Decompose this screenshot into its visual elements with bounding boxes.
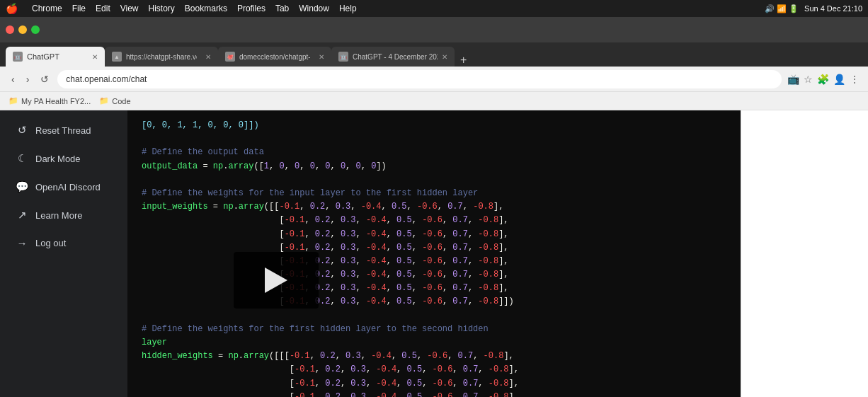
menu-profiles[interactable]: Profiles xyxy=(237,4,265,13)
tab-close-vercel[interactable]: ✕ xyxy=(205,53,211,61)
code-area: [0, 0, 1, 1, 0, 0, 0]]) # Define the out… xyxy=(127,110,741,397)
tab-favicon-vercel: ▲ xyxy=(112,52,122,62)
menu-items: Chrome File Edit View History Bookmarks … xyxy=(32,4,357,13)
tab-chatgpt4dec[interactable]: 🤖 ChatGPT - 4 December 2022 ✕ xyxy=(331,47,455,67)
tab-favicon-github: 🐙 xyxy=(225,52,235,62)
traffic-lights xyxy=(6,25,40,34)
extensions-icon[interactable]: 🧩 xyxy=(817,74,829,85)
code-line-10: [-0.1, 0.2, 0.3, -0.4, 0.5, -0.6, 0.7, -… xyxy=(142,241,726,255)
reload-button[interactable]: ↺ xyxy=(38,72,52,86)
reset-thread-icon: ↺ xyxy=(16,124,28,137)
learn-more-icon: ↗ xyxy=(16,209,28,221)
code-line-13: [-0.1, 0.2, 0.3, -0.4, 0.5, -0.6, 0.7, -… xyxy=(142,282,726,295)
bookmark-label-1: My PA Health FY2... xyxy=(21,97,91,105)
profile-icon[interactable]: 👤 xyxy=(833,74,845,85)
sidebar: ↺ Reset Thread ☾ Dark Mode 💬 OpenAI Disc… xyxy=(0,110,127,397)
sidebar-item-log-out[interactable]: → Log out xyxy=(4,230,123,256)
tab-label-chatgpt: ChatGPT xyxy=(27,52,59,61)
sidebar-item-reset-thread[interactable]: ↺ Reset Thread xyxy=(4,117,123,144)
code-line-17: layer xyxy=(142,336,726,350)
menu-help[interactable]: Help xyxy=(339,4,357,13)
address-input[interactable] xyxy=(57,70,782,88)
main-content: ↺ Reset Thread ☾ Dark Mode 💬 OpenAI Disc… xyxy=(0,110,868,397)
menu-view[interactable]: View xyxy=(120,4,139,13)
bookmark-folder-icon-2: 📁 xyxy=(99,96,109,105)
tab-close-chatgpt4dec[interactable]: ✕ xyxy=(442,53,447,61)
bookmarks-bar: 📁 My PA Health FY2... 📁 Code xyxy=(0,92,868,110)
dark-mode-icon: ☾ xyxy=(16,152,28,165)
code-block: [0, 0, 1, 1, 0, 0, 0]]) # Define the out… xyxy=(127,110,741,397)
code-line-5 xyxy=(142,173,726,187)
code-line-9: [-0.1, 0.2, 0.3, -0.4, 0.5, -0.6, 0.7, -… xyxy=(142,228,726,241)
menu-bar-right: 🔊 📶 🔋 Sun 4 Dec 21:10 xyxy=(765,4,862,13)
menu-dots-icon[interactable]: ⋮ xyxy=(850,74,860,85)
tab-favicon-chatgpt4dec: 🤖 xyxy=(338,52,348,62)
tab-close-github[interactable]: ✕ xyxy=(319,53,324,61)
address-bar: ‹ › ↺ 📺 ☆ 🧩 👤 ⋮ xyxy=(0,67,868,92)
sidebar-item-learn-more[interactable]: ↗ Learn More xyxy=(4,202,123,229)
code-line-6: # Define the weights for the input layer… xyxy=(142,187,726,200)
video-overlay[interactable] xyxy=(234,252,319,309)
tabs-bar: 🤖 ChatGPT ✕ ▲ https://chatgpt-share.verc… xyxy=(0,42,868,67)
tab-close-chatgpt[interactable]: ✕ xyxy=(92,53,98,61)
code-line-20: [-0.1, 0.2, 0.3, -0.4, 0.5, -0.6, 0.7, -… xyxy=(142,377,726,391)
code-line-7: input_weights = np.array([[-0.1, 0.2, 0.… xyxy=(142,200,726,214)
code-line-14: [-0.1, 0.2, 0.3, -0.4, 0.5, -0.6, 0.7, -… xyxy=(142,295,726,309)
menu-bookmarks[interactable]: Bookmarks xyxy=(185,4,227,13)
sidebar-item-openai-discord[interactable]: 💬 OpenAI Discord xyxy=(4,173,123,200)
sidebar-label-reset-thread: Reset Thread xyxy=(35,125,91,136)
menu-edit[interactable]: Edit xyxy=(96,4,110,13)
close-button[interactable] xyxy=(6,25,14,34)
apple-menu[interactable]: 🍎 xyxy=(6,3,18,14)
tab-github[interactable]: 🐙 domeccleston/chatgpt-extens... ✕ xyxy=(218,47,331,67)
status-icons: 🔊 📶 🔋 xyxy=(765,4,799,13)
code-line-8: [-0.1, 0.2, 0.3, -0.4, 0.5, -0.6, 0.7, -… xyxy=(142,214,726,227)
code-line-4: output_data = np.array([1, 0, 0, 0, 0, 0… xyxy=(142,160,726,173)
menu-window[interactable]: Window xyxy=(299,4,329,13)
maximize-button[interactable] xyxy=(31,25,40,34)
code-line-16: # Define the weights for the first hidde… xyxy=(142,323,726,336)
back-button[interactable]: ‹ xyxy=(8,72,18,86)
play-button[interactable] xyxy=(265,267,287,293)
tab-chatgpt[interactable]: 🤖 ChatGPT ✕ xyxy=(6,47,105,67)
code-line-19: [-0.1, 0.2, 0.3, -0.4, 0.5, -0.6, 0.7, -… xyxy=(142,363,726,376)
code-line-21: [-0.1, 0.2, 0.3, -0.4, 0.5, -0.6, 0.7, -… xyxy=(142,391,726,397)
tab-label-github: domeccleston/chatgpt-extens... xyxy=(239,53,310,61)
code-line-18: hidden_weights = np.array([[[-0.1, 0.2, … xyxy=(142,350,726,363)
sidebar-label-openai-discord: OpenAI Discord xyxy=(35,182,101,192)
tab-label-chatgpt4dec: ChatGPT - 4 December 2022 xyxy=(353,53,438,61)
discord-icon: 💬 xyxy=(16,180,28,193)
sidebar-label-learn-more: Learn More xyxy=(35,210,82,221)
sidebar-item-dark-mode[interactable]: ☾ Dark Mode xyxy=(4,145,123,172)
menu-history[interactable]: History xyxy=(149,4,175,13)
address-icons: 📺 ☆ 🧩 👤 ⋮ xyxy=(787,74,860,85)
code-line-3: # Define the output data xyxy=(142,146,726,159)
menu-chrome[interactable]: Chrome xyxy=(32,4,62,13)
sidebar-label-dark-mode: Dark Mode xyxy=(35,154,81,164)
right-panel xyxy=(741,110,868,397)
minimize-button[interactable] xyxy=(18,25,27,34)
menu-bar: 🍎 Chrome File Edit View History Bookmark… xyxy=(0,0,868,17)
clock: Sun 4 Dec 21:10 xyxy=(804,4,862,13)
bookmark-pa-health[interactable]: 📁 My PA Health FY2... xyxy=(8,96,91,105)
code-line-2 xyxy=(142,132,726,146)
tab-vercel[interactable]: ▲ https://chatgpt-share.vercel.a... ✕ xyxy=(105,47,218,67)
bookmark-label-2: Code xyxy=(112,97,130,105)
code-line-12: [-0.1, 0.2, 0.3, -0.4, 0.5, -0.6, 0.7, -… xyxy=(142,268,726,282)
new-tab-button[interactable]: + xyxy=(457,54,469,67)
browser-frame xyxy=(0,17,868,42)
bookmark-code[interactable]: 📁 Code xyxy=(99,96,130,105)
tab-favicon-chatgpt: 🤖 xyxy=(13,52,23,62)
log-out-icon: → xyxy=(16,237,28,249)
code-line-1: [0, 0, 1, 1, 0, 0, 0]]) xyxy=(142,119,726,132)
menu-tab[interactable]: Tab xyxy=(275,4,289,13)
forward-button[interactable]: › xyxy=(23,72,33,86)
sidebar-label-log-out: Log out xyxy=(35,238,66,248)
code-line-15 xyxy=(142,309,726,323)
cast-icon[interactable]: 📺 xyxy=(787,74,799,85)
tab-label-vercel: https://chatgpt-share.vercel.a... xyxy=(126,53,197,61)
bookmark-folder-icon-1: 📁 xyxy=(8,96,18,105)
menu-file[interactable]: File xyxy=(72,4,86,13)
bookmark-star-icon[interactable]: ☆ xyxy=(804,74,813,85)
code-line-11: [-0.1, 0.2, 0.3, -0.4, 0.5, -0.6, 0.7, -… xyxy=(142,255,726,268)
